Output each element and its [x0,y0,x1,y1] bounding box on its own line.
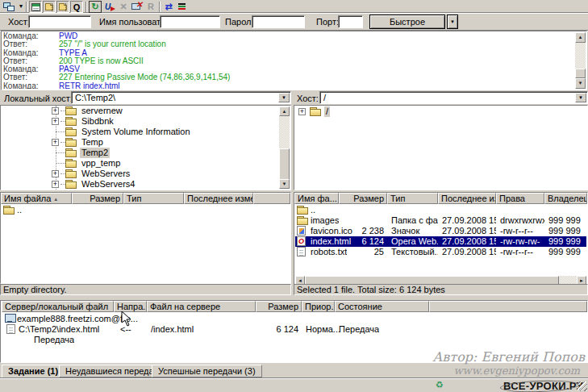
site-manager-button[interactable] [2,1,18,13]
username-input[interactable] [160,15,220,28]
local-path-label: Локальный хост: [4,94,73,103]
quickconnect-bar: Хост: Имя пользователя Пароль Порт: Быст… [0,14,588,31]
column-label: Последнее изм... [441,194,496,203]
scroll-up-button[interactable]: ▲ [575,32,586,43]
remote-path-combobox[interactable]: / ▼ [319,91,588,104]
recycle-icon: ♻ [436,380,444,390]
queue-column-size[interactable]: Размер [256,301,302,312]
tree-item-temp2-selected[interactable]: Temp2 [1,148,290,158]
settings-button[interactable] [176,1,189,13]
tree-item-temp[interactable]: + Temp [1,137,290,148]
tree-item-label: Temp2 [80,148,110,158]
scroll-up-button[interactable]: ▲ [279,106,290,116]
column-header-type[interactable]: Тип [387,193,438,204]
tree-item-label: WebServers4 [80,179,136,190]
tree-stub [56,131,65,132]
settings-bar-3 [178,8,186,10]
tree-item-vpp-temp[interactable]: vpp_temp [1,158,290,169]
local-path-dropdown-button[interactable]: ▼ [278,93,290,102]
column-header-modified[interactable]: Последнее изм... [438,193,496,204]
file-row-favicon[interactable]: favicon.ico 2 238 Значок 27.09.2008 15:.… [295,226,586,236]
file-row-images[interactable]: images Папка с фа... 27.09.2008 15:... d… [295,215,586,226]
column-header-modified[interactable]: Последнее измене... [184,193,253,204]
tree-item-windows[interactable]: + WINDOWS [1,190,290,190]
reconnect-button[interactable]: R [144,1,157,13]
tree-item-system-volume-information[interactable]: System Volume Information [1,127,290,137]
filter-button[interactable]: ⇄ [162,1,175,13]
column-header-type[interactable]: Тип [123,193,184,204]
port-input[interactable] [338,15,363,28]
local-path-combobox[interactable]: C:\Temp2\ ▼ [71,91,291,104]
scroll-down-button[interactable]: ▼ [279,179,290,189]
remote-file-list: Имя фа...▲ Размер Тип Последнее изм... П… [294,192,588,287]
tab-tasks[interactable]: Задание (1) [2,365,65,378]
watermark-site: www.evgeniypopov.com [453,365,580,377]
queue-substatus-text: Передача [34,335,74,345]
column-label: Сервер/локальный файл [5,302,108,311]
sort-asc-icon: ▲ [53,197,58,202]
queue-remote-file: /index.html [151,324,256,335]
tree-item-label: / [324,106,330,117]
queue-column-status[interactable]: Состояние [335,301,429,312]
log-line: Ответ:200 TYPE is now ASCII [3,57,574,65]
remote-path-dropdown-button[interactable]: ▼ [575,93,586,102]
queue-row-server[interactable]: example888.freetzi.com@fre... [2,314,586,324]
process-queue-button[interactable]: U [103,1,116,13]
column-label: Имя фа... [298,194,337,203]
log-scroll-thumb[interactable] [575,69,586,78]
queue-column-priority[interactable]: Приор... [302,301,335,312]
column-header-perms[interactable]: Права [496,193,544,204]
toggle-message-log-button[interactable] [29,1,42,13]
expand-plus-icon[interactable]: + [52,170,59,177]
file-modified: 27.09.2008 15:... [442,247,496,257]
file-name: .. [17,205,22,215]
resize-grip[interactable] [578,382,587,391]
file-row-index-html-selected[interactable]: index.html 6 124 Opera Web... 27.09.2008… [295,236,586,247]
toggle-local-tree-button[interactable] [43,1,56,13]
expand-plus-icon[interactable]: + [298,108,306,115]
log-line: Команда:RETR index.html [3,82,574,89]
tree-item-servernew[interactable]: + servernew [1,106,290,116]
file-owner: 999 999 [548,247,586,257]
cancel-button[interactable]: ✕ [117,1,130,13]
queue-row-transfer[interactable]: C:\Temp2\index.html <-- /index.html 6 12… [2,324,586,335]
toggle-remote-tree-button[interactable] [56,1,69,13]
site-manager-dropdown[interactable]: ▾ [18,1,24,13]
quickconnect-button[interactable]: Быстрое соединение [369,15,445,29]
file-row-robots[interactable]: robots.txt 25 Текстовый... 27.09.2008 15… [295,247,586,257]
queue-column-local[interactable]: Сервер/локальный файл [2,301,114,312]
expand-plus-icon[interactable]: + [52,118,59,125]
tab-successful-transfers[interactable]: Успешные передачи (3) [152,365,262,377]
column-label: Размер [90,194,120,203]
expand-plus-icon[interactable]: + [52,107,59,115]
tree-item-root[interactable]: + / [294,106,587,117]
local-tree-scroll-thumb[interactable] [279,148,290,182]
settings-bar-1 [178,3,186,5]
scroll-down-button[interactable]: ▼ [575,78,586,89]
column-header-size[interactable]: Размер [339,193,387,204]
tree-item-webservers4[interactable]: + WebServers4 [1,179,290,190]
file-owner: 999 999 [548,226,586,236]
file-size: 6 124 [340,236,384,247]
log-text: RETR index.html [59,81,120,89]
file-row-parent-dir[interactable]: .. [295,205,586,215]
tree-item-webservers[interactable]: + WebServers [1,169,290,179]
column-header-name[interactable]: Имя фа...▲ [294,193,339,204]
expand-plus-icon[interactable]: + [52,181,59,188]
queue-local-file: C:\Temp2\index.html [19,324,114,335]
column-label: Последнее измене... [187,194,253,203]
tree-item-sibdbnk[interactable]: + Sibdbnk [1,116,290,127]
column-header-name[interactable]: Имя файла▲ [1,193,72,204]
password-input[interactable] [252,15,305,28]
disconnect-button[interactable]: ✕ [130,1,143,13]
column-header-owner[interactable]: Владелец/.. [544,193,587,204]
refresh-button[interactable]: ↻ [89,1,102,13]
quickconnect-dropdown-button[interactable]: ▼ [447,15,458,29]
queue-column-remote[interactable]: Файл на сервере [147,301,256,312]
expand-plus-icon[interactable]: + [52,139,59,146]
host-input[interactable] [28,15,91,28]
column-header-size[interactable]: Размер [72,193,123,204]
file-row-parent-dir[interactable]: .. [2,205,290,215]
toggle-queue-button[interactable]: Q [70,1,83,13]
queue-row-substatus[interactable]: Передача [2,335,586,345]
